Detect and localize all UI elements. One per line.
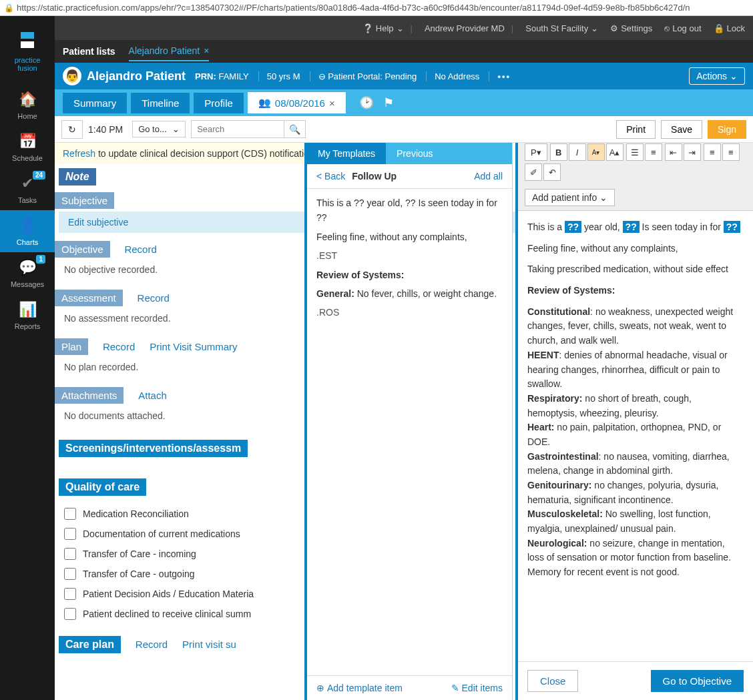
history-icon[interactable]: 🕑 <box>359 95 374 110</box>
tab-summary[interactable]: Summary <box>63 93 127 113</box>
tab-encounter[interactable]: 👥 08/08/2016 × <box>248 92 346 113</box>
indent-button[interactable]: ⇥ <box>684 143 701 161</box>
lock-icon: 🔒 <box>714 23 724 33</box>
paragraph-style-dropdown[interactable]: P ▾ <box>525 143 547 161</box>
subjective-editor[interactable]: This is a ?? year old, ?? Is seen today … <box>518 211 753 661</box>
actions-button[interactable]: Actions ⌄ <box>689 67 745 85</box>
search-button[interactable]: 🔍 <box>284 120 306 138</box>
refresh-button[interactable]: ↻ <box>61 120 83 139</box>
go-to-objective-button[interactable]: Go to Objective <box>651 670 744 692</box>
placeholder-age[interactable]: ?? <box>565 221 581 233</box>
address-info[interactable]: No Address <box>426 71 479 81</box>
tab-profile[interactable]: Profile <box>194 93 244 113</box>
brand-logo[interactable]: practice fusion <box>14 21 41 77</box>
goto-dropdown[interactable]: Go to...⌄ <box>132 121 186 137</box>
qoc-checkbox-3[interactable] <box>64 568 76 580</box>
charts-icon: 👤 <box>0 217 55 234</box>
add-template-item-link[interactable]: ⊕Add template item <box>316 683 403 693</box>
search-input[interactable] <box>191 120 284 138</box>
settings-link[interactable]: ⚙Settings <box>610 23 652 33</box>
careplan-title: Care plan <box>59 636 121 653</box>
nav-tasks[interactable]: 24 ✔ Tasks <box>0 168 55 210</box>
align-left-button[interactable]: ≡ <box>704 143 721 161</box>
tab-my-templates[interactable]: My Templates <box>307 143 386 164</box>
numbered-list-button[interactable]: ≡ <box>645 143 662 161</box>
qoc-checkbox-4[interactable] <box>64 588 76 600</box>
tab-patient-lists[interactable]: Patient lists <box>63 46 115 57</box>
template-back-link[interactable]: < Back <box>316 171 345 182</box>
tab-timeline[interactable]: Timeline <box>131 93 190 113</box>
search-icon: 🔍 <box>289 124 300 135</box>
record-plan-link[interactable]: Record <box>103 341 135 352</box>
brand-text-1: practice <box>14 56 41 64</box>
logout-link[interactable]: ⎋Log out <box>664 23 701 33</box>
add-patient-info-dropdown[interactable]: Add patient info⌄ <box>525 189 615 206</box>
time-label: 1:40 PM <box>88 124 123 135</box>
template-body[interactable]: This is a ?? year old, ?? Is seen today … <box>307 189 512 675</box>
messages-badge: 1 <box>36 255 45 264</box>
bullet-list-button[interactable]: ☰ <box>626 143 644 161</box>
placeholder-sex[interactable]: ?? <box>623 221 640 233</box>
edit-items-link[interactable]: ✎Edit items <box>451 683 503 693</box>
qoc-checkbox-0[interactable] <box>64 508 76 520</box>
more-menu[interactable]: ••• <box>489 71 511 81</box>
flag-icon[interactable]: ⚑ <box>383 95 394 110</box>
print-visit-link[interactable]: Print Visit Summary <box>150 341 237 352</box>
print-visit-lc-link[interactable]: Print visit su <box>182 639 236 650</box>
clear-format-button[interactable]: ✐ <box>525 163 542 181</box>
qoc-checkbox-2[interactable] <box>64 548 76 560</box>
left-sidebar: practice fusion 🏠 Home 📅 Schedule 24 ✔ T… <box>0 16 55 700</box>
bold-button[interactable]: B <box>550 143 567 161</box>
tab-previous[interactable]: Previous <box>386 143 443 164</box>
close-button[interactable]: Close <box>527 670 578 692</box>
assessment-header: Assessment <box>55 290 123 306</box>
font-size-up-button[interactable]: A▴ <box>606 143 623 161</box>
nav-tasks-label: Tasks <box>18 196 37 204</box>
template-title: Follow Up <box>352 171 474 182</box>
record-objective-link[interactable]: Record <box>124 244 156 255</box>
qoc-checkbox-5[interactable] <box>64 608 76 620</box>
calendar-icon: 📅 <box>0 133 55 150</box>
facility-menu[interactable]: South St Facility⌄ <box>525 23 598 33</box>
top-bar: ❔Help⌄ | Andrew Provider MD | South St F… <box>55 16 753 40</box>
patient-avatar[interactable]: 👨 <box>63 67 81 85</box>
tasks-icon: ✔ <box>0 175 55 192</box>
portal-info[interactable]: ⊖ Patient Portal: Pending <box>310 71 417 81</box>
sign-button[interactable]: Sign <box>708 120 746 139</box>
user-label[interactable]: Andrew Provider MD <box>425 23 505 33</box>
outdent-button[interactable]: ⇤ <box>665 143 682 161</box>
close-icon[interactable]: × <box>329 97 335 109</box>
patient-name: Alejandro Patient <box>87 69 186 83</box>
nav-reports[interactable]: 📊 Reports <box>0 294 55 336</box>
refresh-link[interactable]: Refresh <box>63 148 95 159</box>
chevron-down-icon: ⌄ <box>730 71 738 81</box>
lock-link[interactable]: 🔒Lock <box>714 23 745 33</box>
qoc-title: Quality of care <box>59 478 146 496</box>
patient-header: 👨 Alejandro Patient PRN: FAMILY 50 yrs M… <box>55 63 753 89</box>
tab-patient[interactable]: Alejandro Patient × <box>129 45 210 61</box>
chevron-down-icon: ⌄ <box>397 23 404 33</box>
add-all-link[interactable]: Add all <box>474 171 503 182</box>
nav-schedule[interactable]: 📅 Schedule <box>0 126 55 168</box>
svg-marker-0 <box>21 32 34 39</box>
nav-messages[interactable]: 1 💬 Messages <box>0 252 55 294</box>
save-button[interactable]: Save <box>661 120 702 139</box>
close-icon[interactable]: × <box>204 45 209 56</box>
attach-link[interactable]: Attach <box>138 390 167 401</box>
nav-home[interactable]: 🏠 Home <box>0 84 55 126</box>
encounter-toolbar: ↻ 1:40 PM Go to...⌄ 🔍 Print Save Sign <box>55 116 753 143</box>
help-menu[interactable]: ❔Help⌄ <box>362 23 404 33</box>
font-size-down-button[interactable]: A▾ <box>587 143 605 161</box>
qoc-checkbox-1[interactable] <box>64 528 76 540</box>
print-button[interactable]: Print <box>616 120 656 139</box>
logo-icon <box>14 27 41 53</box>
italic-button[interactable]: I <box>569 143 586 161</box>
record-careplan-link[interactable]: Record <box>136 639 168 650</box>
undo-button[interactable]: ↶ <box>543 163 561 181</box>
content-area: Refresh to update clinical decision supp… <box>55 143 753 700</box>
nav-charts[interactable]: 👤 Charts <box>0 210 55 252</box>
home-icon: 🏠 <box>0 91 55 108</box>
align-center-button[interactable]: ≡ <box>722 143 740 161</box>
record-assessment-link[interactable]: Record <box>138 292 170 304</box>
placeholder-reason[interactable]: ?? <box>724 221 740 233</box>
